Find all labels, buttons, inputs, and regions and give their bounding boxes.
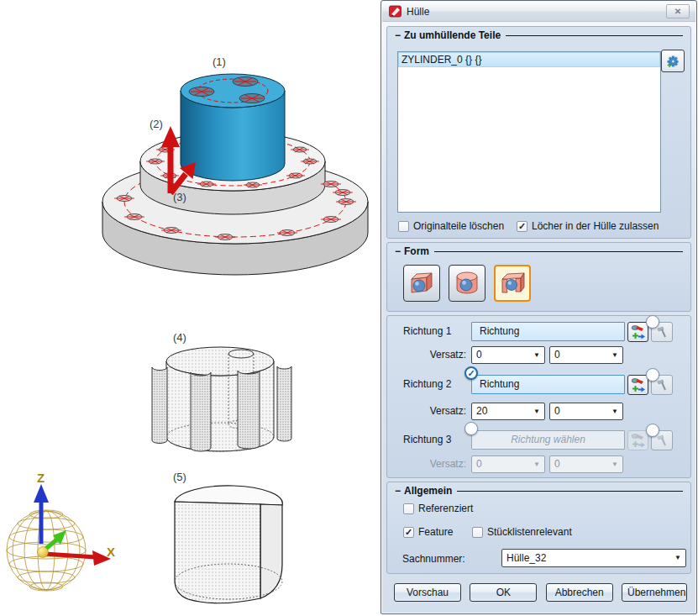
- preview-button[interactable]: Vorschau: [394, 583, 461, 602]
- section-parts-header: − Zu umhüllende Teile: [395, 29, 683, 41]
- direction-1-input-wrap: Richtung: [471, 322, 625, 341]
- dropdown-icon: ▼: [533, 347, 540, 363]
- versatz-1a-combo[interactable]: 0 ▼: [471, 346, 545, 364]
- x-axis-label: X: [107, 545, 115, 559]
- direction-3-pick-button: [627, 430, 648, 450]
- part-options-button[interactable]: [661, 50, 685, 72]
- parts-listbox[interactable]: ZYLINDER_0 {} {}: [397, 51, 661, 213]
- dialog-title: Hülle: [407, 6, 429, 18]
- versatz-1b-combo[interactable]: 0 ▼: [549, 346, 623, 364]
- direction-3-tool-badge: [646, 424, 659, 437]
- direction-3-active-badge[interactable]: [464, 422, 478, 435]
- allow-holes-checkbox[interactable]: ✓: [517, 221, 527, 232]
- viewport-canvas: [0, 0, 380, 616]
- direction-2-label: Richtung 2: [403, 375, 470, 393]
- referenced-label: Referenziert: [418, 503, 473, 514]
- part-number-value: Hülle_32: [506, 552, 546, 564]
- feature-label: Feature: [418, 526, 453, 538]
- annotation-5: (5): [173, 471, 186, 483]
- cancel-button[interactable]: Abbrechen: [546, 583, 613, 602]
- delete-originals-label: Originalteile löschen: [413, 220, 504, 232]
- section-directions: Richtung 1 Richtung Versatz: 0 ▼: [386, 315, 691, 478]
- annotation-3: (3): [173, 191, 186, 203]
- versatz-3-label: Versatz:: [403, 455, 466, 473]
- hull-preview-slotted[interactable]: [152, 347, 291, 451]
- part-number-label: Sachnummer:: [402, 550, 465, 568]
- cylinder-hull-icon: [454, 271, 480, 296]
- close-icon: ✕: [674, 7, 681, 16]
- ok-button[interactable]: OK: [470, 583, 537, 602]
- versatz-1b-value: 0: [554, 349, 560, 361]
- app-icon: [389, 5, 401, 18]
- section-parts-title: Zu umhüllende Teile: [404, 29, 501, 41]
- hull-preview-solid[interactable]: [175, 486, 282, 603]
- direction-2-pick-button[interactable]: [627, 375, 648, 395]
- versatz-3b-combo: 0 ▼: [549, 455, 623, 473]
- referenced-option: Referenziert: [403, 503, 473, 514]
- dialog-footer: Vorschau OK Abbrechen Übernehmen: [394, 583, 687, 602]
- delete-originals-checkbox[interactable]: [398, 221, 409, 232]
- versatz-3a-value: 0: [476, 458, 482, 470]
- bom-checkbox[interactable]: [472, 527, 483, 538]
- direction-3-tool-button: [651, 430, 673, 450]
- model-flange-cylinder[interactable]: [102, 74, 368, 275]
- section-general-header: − Allgemein: [395, 485, 683, 497]
- huelle-dialog: Hülle ✕ − Zu umhüllende Teile ZYLINDER_0…: [380, 0, 697, 614]
- form-box-button[interactable]: [403, 265, 440, 302]
- feature-checkbox[interactable]: ✓: [403, 527, 414, 538]
- box-hull-icon: [408, 271, 435, 296]
- tool-icon: [655, 325, 669, 339]
- direction-2-input[interactable]: Richtung: [471, 375, 625, 394]
- allow-holes-label: Löcher in der Hülle zulassen: [532, 220, 659, 232]
- slotted-hull-icon: [499, 271, 526, 296]
- section-general: − Allgemein Referenziert ✓ Feature Stück…: [386, 482, 691, 574]
- close-button[interactable]: ✕: [666, 4, 690, 18]
- dropdown-icon: ▼: [533, 403, 540, 419]
- dropdown-icon: ▼: [674, 550, 681, 566]
- pick-direction-icon: [631, 433, 646, 448]
- versatz-3b-value: 0: [554, 458, 560, 470]
- form-slotted-button[interactable]: [494, 265, 531, 302]
- direction-3-label: Richtung 3: [403, 430, 470, 449]
- pick-direction-icon: [631, 377, 646, 392]
- direction-2-tool-badge: [646, 368, 659, 382]
- direction-2-input-wrap: ✓ Richtung: [471, 375, 625, 394]
- versatz-2a-combo[interactable]: 20 ▼: [471, 403, 545, 420]
- section-form-header: − Form: [395, 245, 683, 257]
- annotation-1: (1): [213, 55, 226, 68]
- versatz-1a-value: 0: [476, 349, 482, 361]
- bom-option: Stücklistenrelevant: [472, 526, 572, 538]
- section-parts: − Zu umhüllende Teile ZYLINDER_0 {} {}: [386, 26, 691, 239]
- apply-button[interactable]: Übernehmen: [622, 583, 687, 602]
- collapse-icon: −: [395, 245, 401, 257]
- versatz-2a-value: 20: [476, 405, 487, 417]
- section-form-title: Form: [404, 245, 429, 257]
- direction-3-input-wrap: Richtung wählen: [471, 430, 625, 450]
- cad-viewport[interactable]: (1) (2) (3) (4) (5) Z X: [0, 0, 380, 616]
- versatz-2b-combo[interactable]: 0 ▼: [549, 403, 623, 420]
- coordinate-sphere[interactable]: [7, 484, 111, 591]
- direction-2-active-badge[interactable]: ✓: [464, 366, 478, 380]
- gear-add-icon: [667, 53, 679, 70]
- direction-1-pick-button[interactable]: [627, 322, 648, 342]
- part-number-combo[interactable]: Hülle_32 ▼: [501, 549, 686, 567]
- direction-1-tool-button[interactable]: [651, 322, 673, 342]
- direction-2-tool-button[interactable]: [651, 375, 673, 395]
- form-cylinder-button[interactable]: [449, 265, 485, 302]
- dialog-titlebar[interactable]: Hülle ✕: [382, 2, 695, 22]
- bom-label: Stücklistenrelevant: [487, 526, 572, 538]
- referenced-checkbox[interactable]: [403, 503, 414, 514]
- collapse-icon: −: [395, 485, 401, 497]
- direction-3-input: Richtung wählen: [471, 430, 625, 450]
- versatz-1-label: Versatz:: [403, 346, 466, 364]
- versatz-2b-value: 0: [554, 405, 560, 417]
- origin-ball: [38, 547, 49, 558]
- list-item[interactable]: ZYLINDER_0 {} {}: [398, 52, 660, 67]
- versatz-2-label: Versatz:: [403, 403, 466, 420]
- direction-1-input[interactable]: Richtung: [471, 322, 625, 341]
- dropdown-icon: ▼: [611, 403, 618, 419]
- annotation-2: (2): [150, 118, 163, 130]
- dropdown-icon: ▼: [611, 456, 618, 472]
- versatz-3a-combo: 0 ▼: [471, 455, 545, 473]
- collapse-icon: −: [395, 29, 401, 41]
